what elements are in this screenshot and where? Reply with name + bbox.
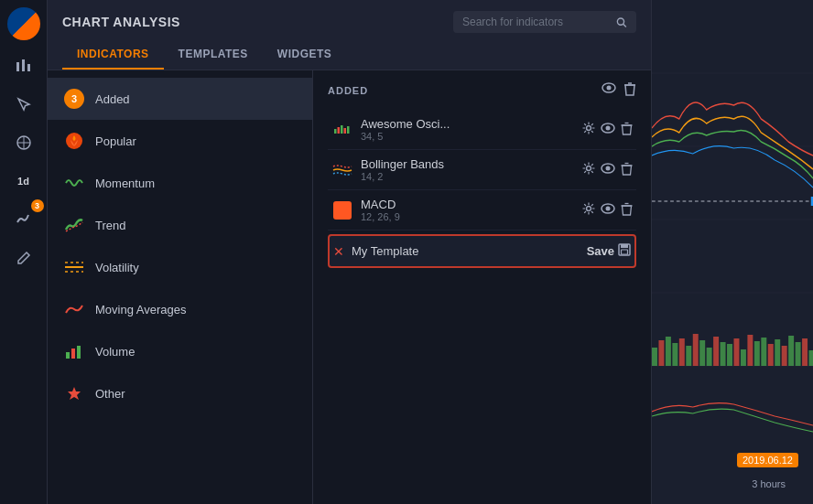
svg-rect-58: [713, 337, 719, 366]
sidebar-cursor-icon[interactable]: [7, 88, 40, 121]
eye-all-icon[interactable]: [602, 81, 616, 99]
momentum-icon: [62, 171, 86, 195]
svg-point-27: [606, 126, 611, 131]
search-box[interactable]: [453, 11, 636, 33]
svg-rect-50: [658, 340, 664, 366]
svg-rect-60: [727, 344, 732, 366]
svg-rect-65: [761, 338, 766, 366]
tabs-row: INDICATORS TEMPLATES WIDGETS: [62, 40, 636, 70]
svg-marker-15: [68, 387, 81, 400]
category-label-ma: Moving Averages: [95, 303, 187, 316]
chart-time-label: 3 hours: [752, 478, 786, 489]
sidebar-indicator-icon[interactable]: 3: [7, 203, 40, 236]
bb-actions: [582, 162, 633, 178]
tab-indicators[interactable]: INDICATORS: [62, 40, 164, 70]
svg-point-35: [587, 207, 591, 211]
macd-params: 12, 26, 9: [361, 211, 575, 222]
macd-settings-icon[interactable]: [582, 202, 595, 218]
macd-eye-icon[interactable]: [601, 203, 615, 217]
template-name-input[interactable]: [352, 244, 580, 258]
macd-trash-icon[interactable]: [621, 202, 633, 219]
tab-widgets[interactable]: WIDGETS: [263, 40, 347, 70]
svg-rect-66: [768, 344, 774, 366]
category-label-momentum: Momentum: [95, 177, 155, 190]
svg-rect-61: [733, 338, 739, 366]
svg-rect-53: [679, 338, 685, 366]
flag-icon[interactable]: [7, 7, 40, 40]
svg-rect-22: [341, 125, 343, 134]
tab-templates[interactable]: TEMPLATES: [164, 40, 263, 70]
indicators-header: ADDED: [328, 81, 636, 99]
svg-rect-2: [27, 64, 30, 71]
svg-point-17: [607, 86, 612, 91]
category-item-added[interactable]: 3 Added: [48, 78, 312, 120]
category-item-volatility[interactable]: Volatility: [48, 246, 312, 288]
ao-name: Awesome Osci...: [361, 117, 575, 131]
chart-area: 2019.06.12 3 hours: [652, 0, 813, 504]
panel-header: CHART ANALYSIS INDICATORS TEMPLATES WIDG…: [48, 0, 651, 70]
trend-icon: [62, 213, 86, 237]
svg-rect-23: [344, 128, 347, 134]
indicator-badge: 3: [31, 199, 44, 212]
svg-rect-41: [621, 244, 628, 248]
category-item-moving-averages[interactable]: Moving Averages: [48, 288, 312, 330]
svg-rect-69: [788, 336, 794, 366]
sidebar-pencil-icon[interactable]: [7, 241, 40, 274]
added-icon: 3: [62, 87, 86, 111]
panel-title: CHART ANALYSIS: [62, 15, 180, 29]
popular-icon: [62, 129, 86, 153]
ao-trash-icon[interactable]: [621, 122, 633, 138]
ao-actions: [582, 122, 633, 138]
svg-rect-62: [741, 349, 746, 366]
ao-eye-icon[interactable]: [601, 123, 615, 136]
svg-rect-51: [666, 337, 671, 366]
svg-rect-72: [809, 350, 813, 366]
svg-line-7: [623, 24, 626, 27]
svg-rect-71: [802, 338, 808, 366]
sidebar-timeframe[interactable]: 1d: [7, 165, 40, 198]
category-list: 3 Added Popular: [48, 70, 313, 504]
category-item-volume[interactable]: Volume: [48, 330, 312, 372]
bb-settings-icon[interactable]: [582, 162, 595, 177]
category-label-popular: Popular: [95, 134, 136, 148]
content-area: 3 Added Popular: [48, 70, 651, 504]
svg-rect-54: [686, 346, 691, 366]
category-label-volume: Volume: [95, 345, 135, 359]
category-label-added: Added: [95, 92, 130, 106]
sidebar-measure-icon[interactable]: [7, 126, 40, 159]
category-item-momentum[interactable]: Momentum: [48, 162, 312, 204]
ao-params: 34, 5: [361, 131, 575, 142]
svg-rect-14: [77, 346, 81, 359]
chart-svg: [652, 0, 813, 504]
svg-rect-1: [22, 59, 25, 71]
ao-settings-icon[interactable]: [582, 122, 595, 137]
bb-eye-icon[interactable]: [601, 163, 615, 177]
bb-params: 14, 2: [361, 171, 575, 182]
save-button[interactable]: Save: [587, 243, 631, 259]
volume-icon: [62, 339, 86, 363]
main-panel: CHART ANALYSIS INDICATORS TEMPLATES WIDG…: [48, 0, 652, 504]
trash-all-icon[interactable]: [623, 81, 636, 99]
macd-info: MACD 12, 26, 9: [361, 198, 575, 222]
category-item-popular[interactable]: Popular: [48, 120, 312, 162]
chart-date-label: 2019.06.12: [737, 453, 798, 467]
svg-rect-70: [796, 342, 801, 366]
search-input[interactable]: [462, 16, 611, 28]
indicator-row-bb: Bollinger Bands 14, 2: [328, 150, 636, 190]
header-action-icons: [602, 81, 636, 99]
bb-trash-icon[interactable]: [621, 162, 633, 178]
bb-name: Bollinger Bands: [361, 157, 575, 171]
indicators-section-title: ADDED: [328, 85, 368, 96]
template-close-icon[interactable]: ✕: [333, 244, 344, 259]
svg-point-30: [587, 166, 591, 171]
indicators-panel: ADDED: [313, 70, 651, 504]
category-item-trend[interactable]: Trend: [48, 204, 312, 246]
bb-icon: [331, 159, 353, 181]
bb-info: Bollinger Bands 14, 2: [361, 157, 575, 182]
category-label-trend: Trend: [95, 219, 125, 232]
macd-icon: [331, 199, 353, 221]
category-item-other[interactable]: Other: [48, 372, 312, 414]
template-save-row: ✕ Save: [328, 234, 636, 268]
sidebar-chart-icon[interactable]: [7, 49, 40, 82]
svg-rect-63: [747, 335, 753, 366]
